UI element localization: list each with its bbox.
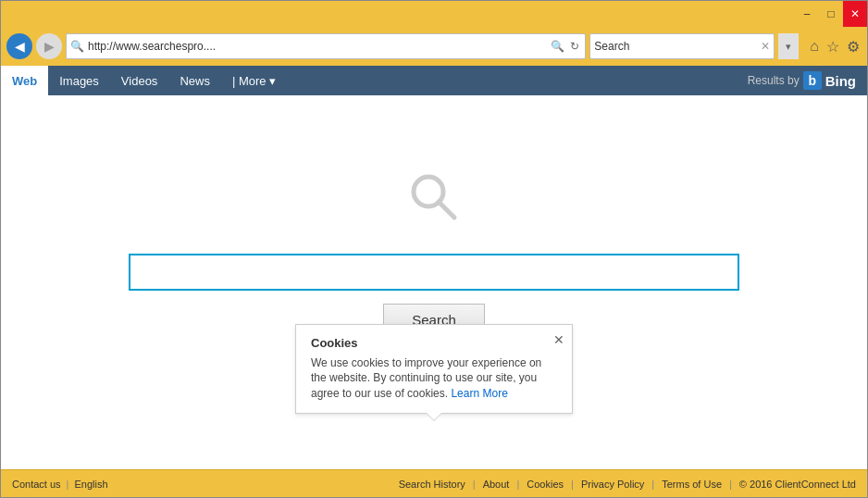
- minimize-button[interactable]: –: [795, 1, 819, 27]
- search-bar-wrapper: ✕: [589, 33, 775, 59]
- cookies-link[interactable]: Cookies: [527, 479, 564, 490]
- home-button[interactable]: ⌂: [808, 36, 821, 56]
- nav-results-by: Results by b Bing: [748, 66, 867, 95]
- title-bar: – □ ✕: [1, 1, 867, 27]
- search-history-link[interactable]: Search History: [399, 479, 465, 490]
- address-bar-container: ◀ ▶ 🔍 🔍 ↻ ✕ ▾ ⌂ ☆ ⚙: [1, 27, 867, 66]
- footer-sep-2: |: [473, 479, 476, 490]
- footer-sep-6: |: [729, 479, 732, 490]
- footer-sep-1: |: [67, 479, 69, 490]
- favorites-button[interactable]: ☆: [825, 36, 841, 57]
- refresh-button[interactable]: ↻: [568, 38, 581, 55]
- address-input[interactable]: [88, 40, 549, 53]
- footer-sep-5: |: [651, 479, 654, 490]
- bing-logo: b Bing: [803, 71, 856, 90]
- footer-sep-3: |: [516, 479, 519, 490]
- cookie-title: Cookies: [311, 336, 557, 350]
- nav-bar: Web Images Videos News | More ▾ Results …: [1, 66, 867, 95]
- nav-item-more[interactable]: | More ▾: [221, 66, 287, 95]
- learn-more-link[interactable]: Learn More: [451, 387, 507, 400]
- terms-link[interactable]: Terms of Use: [662, 479, 722, 490]
- footer-left: Contact us | English: [12, 479, 108, 490]
- maximize-button[interactable]: □: [819, 1, 843, 27]
- about-link[interactable]: About: [483, 479, 510, 490]
- language-label: English: [74, 479, 107, 490]
- copyright-text: © 2016 ClientConnect Ltd: [739, 479, 856, 490]
- window-controls: – □ ✕: [795, 1, 867, 27]
- results-by-text: Results by: [748, 74, 800, 87]
- nav-item-images[interactable]: Images: [48, 66, 110, 95]
- search-bar-input[interactable]: [594, 40, 761, 53]
- svg-line-1: [439, 202, 454, 218]
- back-button[interactable]: ◀: [6, 33, 32, 59]
- address-bar-wrapper: 🔍 🔍 ↻: [66, 33, 586, 59]
- search-bar-submit-button[interactable]: ▾: [778, 33, 799, 59]
- contact-us-link[interactable]: Contact us: [12, 479, 61, 490]
- close-button[interactable]: ✕: [843, 1, 867, 27]
- cookie-close-button[interactable]: ✕: [553, 332, 564, 347]
- settings-button[interactable]: ⚙: [845, 36, 862, 57]
- cookie-notice: Cookies We use cookies to improve your e…: [295, 324, 573, 414]
- cookie-text: We use cookies to improve your experienc…: [311, 355, 557, 402]
- footer-right: Search History | About | Cookies | Priva…: [399, 479, 856, 490]
- nav-item-web[interactable]: Web: [1, 66, 48, 95]
- main-content: Search Cookies We use cookies to improve…: [1, 95, 867, 469]
- search-address-icon[interactable]: 🔍: [549, 38, 566, 55]
- bing-label: Bing: [825, 73, 856, 89]
- toolbar-icons: ⌂ ☆ ⚙: [808, 36, 862, 57]
- footer-sep-4: |: [571, 479, 574, 490]
- search-icon-large: [406, 169, 462, 235]
- address-actions: 🔍 ↻: [549, 38, 581, 55]
- nav-item-videos[interactable]: Videos: [110, 66, 169, 95]
- privacy-link[interactable]: Privacy Policy: [581, 479, 644, 490]
- search-bar-clear-button[interactable]: ✕: [761, 40, 770, 53]
- bing-icon: b: [803, 71, 822, 90]
- main-search-input[interactable]: [129, 254, 739, 291]
- cookie-arrow: [427, 413, 441, 420]
- forward-button[interactable]: ▶: [36, 33, 62, 59]
- nav-item-news[interactable]: News: [168, 66, 221, 95]
- address-lock-icon: 🔍: [70, 40, 84, 53]
- footer: Contact us | English Search History | Ab…: [1, 469, 867, 497]
